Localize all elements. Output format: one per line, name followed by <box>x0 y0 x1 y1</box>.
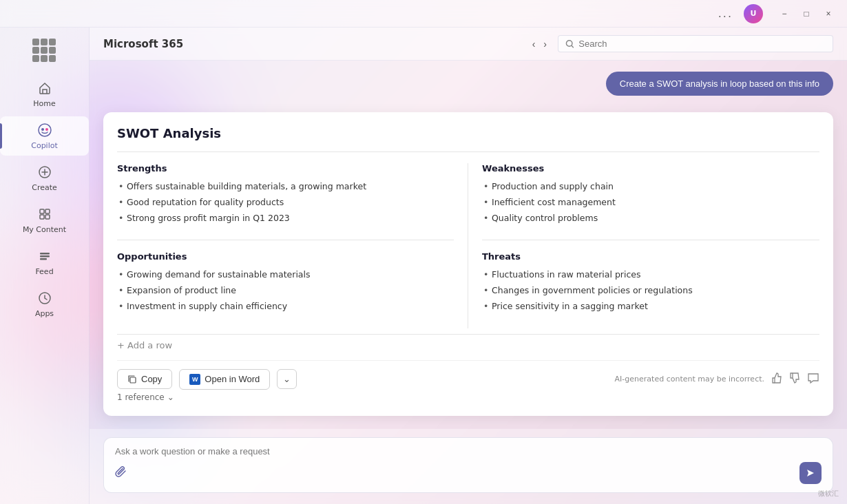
sidebar-item-copilot[interactable]: Copilot <box>0 116 89 156</box>
add-row-button[interactable]: + Add a row <box>117 334 819 350</box>
svg-rect-13 <box>130 377 136 383</box>
swot-weaknesses-section: Weaknesses Production and supply chain I… <box>482 163 819 226</box>
swot-card-title: SWOT Analysis <box>117 126 819 140</box>
sidebar-label-feed: Feed <box>35 267 53 276</box>
swot-right-column: Weaknesses Production and supply chain I… <box>468 163 819 328</box>
thumbs-up-button[interactable] <box>771 372 784 387</box>
list-item: Price sensitivity in a sagging market <box>482 299 819 315</box>
thumbs-up-icon <box>771 372 784 384</box>
top-bar: Microsoft 365 ‹ › <box>90 28 847 61</box>
opportunities-title: Opportunities <box>117 251 454 262</box>
svg-rect-7 <box>45 215 50 219</box>
swot-button-row: Create a SWOT analysis in loop based on … <box>103 72 833 96</box>
avatar[interactable]: U <box>744 4 763 23</box>
svg-rect-8 <box>40 253 50 255</box>
opportunities-list: Growing demand for sustainable materials… <box>117 267 454 314</box>
send-icon <box>806 468 815 478</box>
ai-notice: AI-generated content may be incorrect. <box>615 375 764 384</box>
sidebar-item-apps[interactable]: Apps <box>0 284 89 324</box>
create-swot-loop-button[interactable]: Create a SWOT analysis in loop based on … <box>606 72 833 96</box>
threats-list: Fluctuations in raw material prices Chan… <box>482 267 819 314</box>
main-container: Home Copilot Create <box>0 28 847 504</box>
close-button[interactable]: × <box>818 6 839 22</box>
thumbs-down-button[interactable] <box>789 372 802 387</box>
create-icon <box>36 164 53 180</box>
sidebar-label-home: Home <box>33 99 55 108</box>
chat-area: Create a SWOT analysis in loop based on … <box>90 61 847 429</box>
input-box <box>103 437 833 493</box>
app-title: Microsoft 365 <box>103 38 183 50</box>
sidebar-label-apps: Apps <box>35 309 54 318</box>
sidebar-item-my-content[interactable]: My Content <box>0 200 89 240</box>
input-area <box>90 429 847 504</box>
sw-divider <box>117 240 454 240</box>
minimize-button[interactable]: − <box>774 6 795 22</box>
forward-button[interactable]: › <box>541 36 550 52</box>
strengths-list: Offers sustainable building materials, a… <box>117 179 454 226</box>
weaknesses-title: Weaknesses <box>482 163 819 174</box>
sidebar-item-home[interactable]: Home <box>0 74 89 114</box>
copilot-icon <box>36 122 53 138</box>
word-icon: W <box>189 374 200 385</box>
search-icon <box>565 39 574 49</box>
svg-rect-6 <box>40 215 44 219</box>
sidebar-item-create[interactable]: Create <box>0 158 89 198</box>
open-word-dropdown-button[interactable]: ⌄ <box>277 369 297 389</box>
copy-button[interactable]: Copy <box>117 369 172 389</box>
window-controls: − □ × <box>774 6 839 22</box>
content-area: Microsoft 365 ‹ › Create a SWOT analysis… <box>90 28 847 504</box>
list-item: Offers sustainable building materials, a… <box>117 179 454 195</box>
sidebar-label-my-content: My Content <box>23 225 66 234</box>
comment-button[interactable] <box>807 372 819 387</box>
back-button[interactable]: ‹ <box>530 36 538 52</box>
svg-point-0 <box>39 124 51 136</box>
home-icon <box>36 80 53 96</box>
feed-icon <box>36 248 53 264</box>
swot-strengths-section: Strengths Offers sustainable building ma… <box>117 163 454 226</box>
swot-title-divider <box>117 151 819 152</box>
search-input[interactable] <box>578 39 826 49</box>
swot-grid: Strengths Offers sustainable building ma… <box>117 163 819 328</box>
svg-point-2 <box>45 128 48 131</box>
sidebar-item-feed[interactable]: Feed <box>0 242 89 282</box>
active-indicator <box>0 123 2 149</box>
nav-arrows: ‹ › <box>530 36 550 52</box>
list-item: Strong gross profit margin in Q1 2023 <box>117 211 454 227</box>
comment-icon <box>807 372 819 384</box>
my-content-icon <box>36 206 53 222</box>
swot-left-column: Strengths Offers sustainable building ma… <box>117 163 468 328</box>
window-menu-dots[interactable]: ... <box>718 7 733 20</box>
watermark: 微软汇 <box>818 489 839 498</box>
list-item: Investment in supply chain efficiency <box>117 299 454 315</box>
send-button[interactable] <box>799 462 822 484</box>
list-item: Production and supply chain <box>482 179 819 195</box>
attach-button[interactable] <box>115 465 127 481</box>
maximize-button[interactable]: □ <box>796 6 817 22</box>
reference-row[interactable]: 1 reference ⌄ <box>117 392 819 402</box>
list-item: Fluctuations in raw material prices <box>482 267 819 283</box>
list-item: Inefficient cost management <box>482 195 819 211</box>
wt-divider <box>482 240 819 240</box>
swot-card: SWOT Analysis Strengths Offers sustainab… <box>103 112 833 416</box>
swot-threats-section: Threats Fluctuations in raw material pri… <box>482 251 819 314</box>
list-item: Quality control problems <box>482 211 819 227</box>
window-chrome: ... U − □ × <box>0 0 847 28</box>
list-item: Growing demand for sustainable materials <box>117 267 454 283</box>
svg-rect-4 <box>40 209 44 213</box>
list-item: Good reputation for quality products <box>117 195 454 211</box>
search-bar[interactable] <box>558 35 833 52</box>
svg-rect-5 <box>45 209 50 213</box>
swot-opportunities-section: Opportunities Growing demand for sustain… <box>117 251 454 314</box>
sidebar: Home Copilot Create <box>0 28 90 504</box>
paperclip-icon <box>115 465 127 478</box>
feedback-icons <box>771 372 819 387</box>
apps-icon <box>36 290 53 306</box>
copy-icon <box>127 375 137 384</box>
add-row-label: + Add a row <box>117 340 172 350</box>
app-grid-icon[interactable] <box>32 39 57 63</box>
input-bottom-row <box>115 462 822 484</box>
chat-input[interactable] <box>115 446 822 456</box>
card-actions: Copy W Open in Word ⌄ AI-generated conte… <box>117 360 819 390</box>
reference-label: 1 reference <box>117 392 165 402</box>
open-in-word-button[interactable]: W Open in Word <box>179 369 270 390</box>
